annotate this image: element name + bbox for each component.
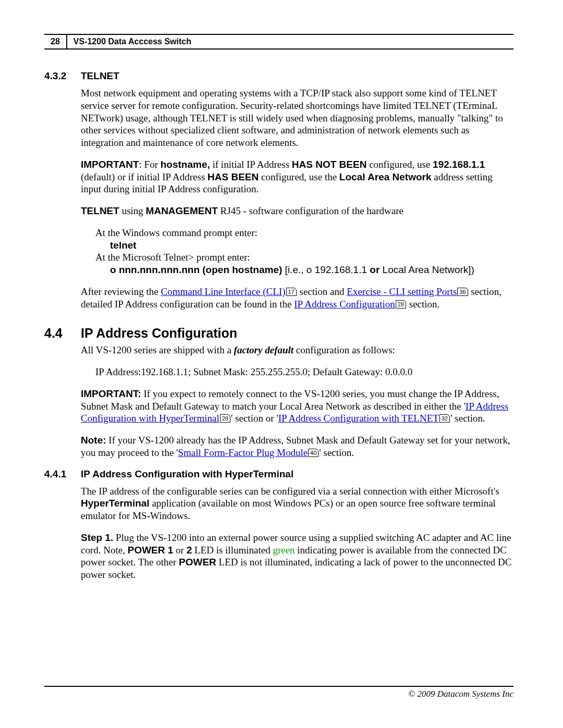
term-2: 2	[187, 545, 192, 556]
paragraph-note: Note: If your VS-1200 already has the IP…	[81, 434, 513, 459]
text: section and	[297, 286, 347, 297]
cmd-open-bold: o nnn.nnn.nnn.nnn (open hostname)	[110, 264, 282, 275]
content: 4.3.2 TELNET Most network equipment and …	[44, 50, 513, 581]
paragraph-step1: Step 1. Plug the VS-1200 into an externa…	[81, 532, 513, 581]
text: RJ45 - software configuration of the har…	[218, 205, 403, 216]
term-hostname: hostname,	[161, 159, 210, 170]
text: ' section or '	[231, 413, 278, 424]
page-footer: © 2009 Datacom Systems Inc	[44, 686, 513, 699]
page-ref-icon[interactable]: 40	[308, 449, 319, 457]
link-ip-config-telnet[interactable]: IP Address Configuration with TELNET	[278, 413, 439, 424]
page-header: 28 VS-1200 Data Acccess Switch	[44, 34, 513, 50]
page-ref-icon[interactable]: 36	[457, 288, 468, 296]
page-number: 28	[44, 35, 67, 48]
section-title: IP Address Configuration with HyperTermi…	[81, 468, 293, 480]
term-management: MANAGEMENT	[146, 205, 218, 216]
command-block: At the Windows command prompt enter: tel…	[81, 227, 513, 276]
text: ' section.	[319, 447, 354, 458]
section-4-4-1-heading: 4.4.1 IP Address Configuration with Hype…	[44, 468, 513, 480]
section-4-3-2-heading: 4.3.2 TELNET	[44, 70, 513, 82]
paragraph-links: After reviewing the Command Line Interfa…	[81, 286, 513, 311]
paragraph: All VS-1200 series are shipped with a fa…	[81, 344, 513, 356]
text: (default) or if initial IP Address	[81, 171, 207, 182]
section-4-3-2-body: Most network equipment and operating sys…	[81, 87, 513, 310]
paragraph-important: IMPORTANT: If you expect to remotely con…	[81, 388, 513, 425]
text: or	[173, 545, 186, 556]
text: After reviewing the	[81, 286, 161, 297]
section-number: 4.4.1	[44, 468, 81, 480]
text: If you expect to remotely connect to the…	[81, 388, 499, 412]
term-or: or	[370, 264, 380, 275]
section-number: 4.3.2	[44, 70, 81, 82]
section-4-4-heading: 4.4 IP Address Configuration	[44, 326, 513, 341]
default-settings: IP Address:192.168.1.1; Subnet Mask: 255…	[95, 366, 513, 378]
header-title: VS-1200 Data Acccess Switch	[67, 35, 198, 48]
text: All VS-1200 series are shipped with a	[81, 344, 234, 355]
term-lan: Local Area Network	[339, 171, 432, 182]
term-green: green	[273, 545, 295, 556]
section-title: IP Address Configuration	[81, 326, 237, 341]
section-title: TELNET	[81, 70, 119, 82]
term-factory-default: factory default	[234, 344, 294, 355]
text: configured, use	[366, 159, 433, 170]
text: [i.e., o 192.168.1.1	[282, 264, 370, 275]
label-step1: Step 1.	[81, 532, 113, 543]
text: section.	[407, 299, 439, 310]
link-ip-config[interactable]: IP Address Configuration	[294, 299, 395, 310]
page: 28 VS-1200 Data Acccess Switch 4.3.2 TEL…	[0, 0, 563, 728]
label-note: Note:	[81, 435, 106, 446]
label-important: IMPORTANT:	[81, 388, 141, 399]
term-has-not-been: HAS NOT BEEN	[292, 159, 367, 170]
section-4-4-1-body: The IP address of the configurable serie…	[81, 485, 513, 581]
link-exercise-cli[interactable]: Exercise - CLI setting Ports	[347, 286, 457, 297]
text: : For	[139, 159, 161, 170]
text: using	[119, 205, 146, 216]
page-ref-icon[interactable]: 32	[439, 414, 450, 423]
cmd-line: At the Microsoft Telnet> prompt enter:	[95, 251, 513, 264]
text: LED is illuminated	[192, 545, 273, 556]
paragraph-telnet-mgmt: TELNET using MANAGEMENT RJ45 - software …	[81, 205, 513, 217]
term-power: POWER	[179, 557, 216, 567]
text: ' section.	[450, 413, 485, 424]
text: configured, use the	[259, 171, 339, 182]
link-cli[interactable]: Command Line Interface (CLI)	[161, 286, 286, 297]
term-power1: POWER 1	[128, 545, 174, 556]
text: The IP address of the configurable serie…	[81, 486, 499, 497]
paragraph: The IP address of the configurable serie…	[81, 485, 513, 522]
term-hyperterminal: HyperTerminal	[81, 498, 150, 509]
text: if initial IP Address	[210, 159, 292, 170]
link-sfp-module[interactable]: Small Form-Factor Plug Module	[178, 447, 308, 458]
term-has-been: HAS BEEN	[207, 171, 259, 182]
page-ref-icon[interactable]: 17	[286, 288, 297, 296]
term-telnet: TELNET	[81, 205, 119, 216]
cmd-line: At the Windows command prompt enter:	[95, 227, 513, 239]
text: Local Area Network])	[380, 264, 474, 275]
label-important: IMPORTANT	[81, 159, 139, 170]
section-4-4-body: All VS-1200 series are shipped with a fa…	[81, 344, 513, 459]
cmd-telnet: telnet	[110, 239, 513, 252]
section-number: 4.4	[44, 326, 81, 341]
paragraph-important: IMPORTANT: For hostname, if initial IP A…	[81, 158, 513, 195]
paragraph: Most network equipment and operating sys…	[81, 87, 513, 149]
page-ref-icon[interactable]: 28	[220, 414, 230, 423]
ip-default: 192.168.1.1	[433, 159, 485, 170]
cmd-open: o nnn.nnn.nnn.nnn (open hostname) [i.e.,…	[110, 264, 513, 276]
text: configuration as follows:	[293, 344, 395, 355]
page-ref-icon[interactable]: 28	[396, 300, 406, 309]
